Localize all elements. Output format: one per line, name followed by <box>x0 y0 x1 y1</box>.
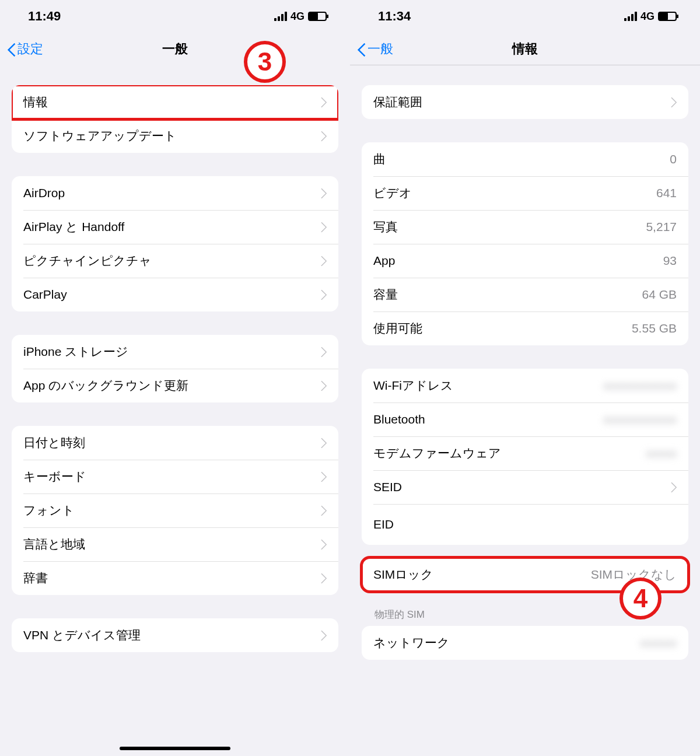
row-bluetooth: Bluetooth xxxxxxxxxxxx <box>362 402 688 436</box>
row-value: 64 GB <box>398 288 677 302</box>
chevron-right-icon <box>320 505 327 516</box>
row-dictionary[interactable]: 辞書 <box>12 561 338 595</box>
row-label: Bluetooth <box>373 412 425 426</box>
signal-icon <box>624 12 637 21</box>
row-label: キーボード <box>23 468 86 485</box>
row-network: ネットワーク xxxxxx <box>362 626 688 660</box>
chevron-right-icon <box>320 130 327 142</box>
step-badge-3: 3 <box>244 41 286 83</box>
nav-bar: 設定 一般 <box>0 33 350 65</box>
row-value: 0 <box>386 152 677 166</box>
group-storage: iPhone ストレージ App のバックグラウンド更新 <box>12 335 338 402</box>
battery-icon <box>308 12 327 21</box>
row-language-region[interactable]: 言語と地域 <box>12 527 338 561</box>
row-about[interactable]: 情報 <box>12 85 338 119</box>
chevron-right-icon <box>320 289 327 300</box>
row-software-update[interactable]: ソフトウェアアップデート <box>12 119 338 153</box>
nav-back-label: 一般 <box>368 40 393 58</box>
chevron-right-icon <box>320 255 327 267</box>
group-about: 情報 ソフトウェアアップデート <box>12 85 338 153</box>
status-bar: 11:49 4G <box>0 0 350 33</box>
group-media-counts: 曲 0 ビデオ 641 写真 5,217 App 93 容量 64 GB 使用可… <box>362 142 688 345</box>
row-value: 93 <box>395 254 677 268</box>
row-videos: ビデオ 641 <box>362 176 688 210</box>
row-label: App <box>373 254 395 268</box>
row-label: 言語と地域 <box>23 536 85 552</box>
row-airplay[interactable]: AirPlay と Handoff <box>12 210 338 244</box>
left-phone-general: 11:49 4G 設定 一般 3 情報 ソフトウェアアップデート <box>0 0 350 756</box>
row-date-time[interactable]: 日付と時刻 <box>12 426 338 460</box>
row-label: 容量 <box>373 286 398 303</box>
row-iphone-storage[interactable]: iPhone ストレージ <box>12 335 338 369</box>
chevron-right-icon <box>320 187 327 199</box>
row-airdrop[interactable]: AirDrop <box>12 176 338 210</box>
chevron-right-icon <box>320 437 327 449</box>
row-label: SEID <box>373 480 402 494</box>
nav-back-button[interactable]: 設定 <box>0 40 43 58</box>
network-label: 4G <box>290 10 304 23</box>
row-label: 曲 <box>373 151 386 167</box>
row-fonts[interactable]: フォント <box>12 494 338 527</box>
row-label: ネットワーク <box>373 635 450 651</box>
chevron-right-icon <box>320 572 327 584</box>
chevron-right-icon <box>670 96 677 108</box>
row-vpn-device-management[interactable]: VPN とデバイス管理 <box>12 618 338 652</box>
row-photos: 写真 5,217 <box>362 210 688 244</box>
status-right: 4G <box>274 10 327 23</box>
row-wifi-address: Wi-Fiアドレス xxxxxxxxxxxx <box>362 369 688 402</box>
row-carplay[interactable]: CarPlay <box>12 278 338 312</box>
chevron-left-icon <box>357 41 366 57</box>
chevron-right-icon <box>320 221 327 233</box>
chevron-right-icon <box>320 346 327 358</box>
row-label: EID <box>373 517 394 531</box>
row-label: 日付と時刻 <box>23 435 85 451</box>
status-right: 4G <box>624 10 677 23</box>
group-warranty: 保証範囲 <box>362 85 688 119</box>
chevron-right-icon <box>320 471 327 482</box>
chevron-right-icon <box>320 96 327 108</box>
row-capacity: 容量 64 GB <box>362 278 688 312</box>
row-warranty[interactable]: 保証範囲 <box>362 85 688 119</box>
row-seid[interactable]: SEID <box>362 470 688 504</box>
row-label: 辞書 <box>23 570 48 586</box>
row-label: 使用可能 <box>373 320 422 337</box>
nav-title: 情報 <box>350 40 700 58</box>
row-value: xxxxxx <box>450 636 677 650</box>
status-bar: 11:34 4G <box>350 0 700 33</box>
row-label: Wi-Fiアドレス <box>373 377 453 394</box>
group-vpn: VPN とデバイス管理 <box>12 618 338 652</box>
nav-bar: 一般 情報 <box>350 33 700 65</box>
row-available: 使用可能 5.55 GB <box>362 312 688 345</box>
step-badge-4: 4 <box>620 578 662 620</box>
chevron-right-icon <box>670 481 677 493</box>
row-label: AirPlay と Handoff <box>23 219 124 235</box>
row-label: App のバックグラウンド更新 <box>23 377 188 394</box>
row-label: ピクチャインピクチャ <box>23 253 152 269</box>
chevron-right-icon <box>320 380 327 391</box>
row-value: 5,217 <box>398 220 677 234</box>
row-value: 5.55 GB <box>422 321 677 335</box>
nav-back-button[interactable]: 一般 <box>350 40 393 58</box>
row-label: 写真 <box>373 219 398 235</box>
row-eid: EID <box>362 504 688 545</box>
row-label: モデムファームウェア <box>373 445 501 461</box>
group-addresses: Wi-Fiアドレス xxxxxxxxxxxx Bluetooth xxxxxxx… <box>362 369 688 545</box>
chevron-right-icon <box>320 538 327 550</box>
status-time: 11:34 <box>378 9 411 24</box>
row-apps: App 93 <box>362 244 688 278</box>
row-modem-firmware: モデムファームウェア xxxxx <box>362 436 688 470</box>
row-label: iPhone ストレージ <box>23 344 128 360</box>
row-label: SIMロック <box>373 566 433 583</box>
nav-title: 一般 <box>0 40 350 58</box>
row-label: 保証範囲 <box>373 94 422 110</box>
row-keyboard[interactable]: キーボード <box>12 460 338 494</box>
network-label: 4G <box>640 10 654 23</box>
row-label: CarPlay <box>23 288 67 302</box>
row-label: 情報 <box>23 94 48 110</box>
row-label: VPN とデバイス管理 <box>23 627 141 643</box>
chevron-left-icon <box>7 41 16 57</box>
chevron-right-icon <box>320 629 327 641</box>
row-value: 641 <box>412 186 677 200</box>
row-pip[interactable]: ピクチャインピクチャ <box>12 244 338 278</box>
row-background-refresh[interactable]: App のバックグラウンド更新 <box>12 369 338 402</box>
